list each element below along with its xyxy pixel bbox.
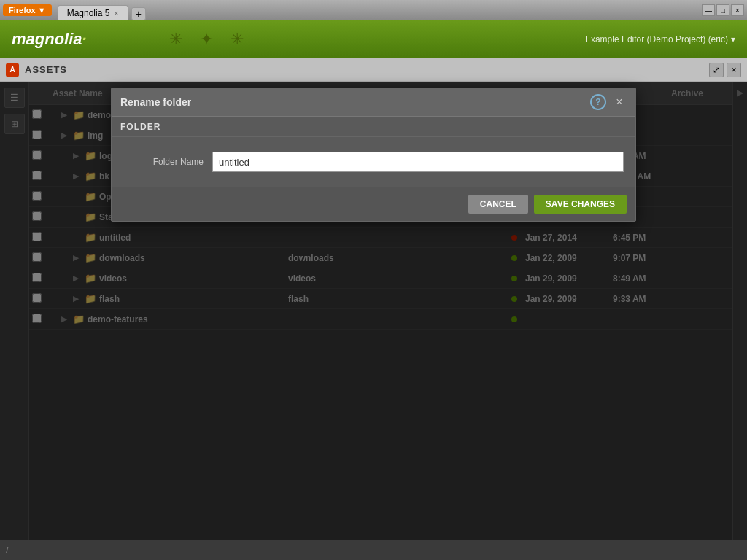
assets-icon: A: [6, 63, 19, 77]
bottom-bar: /: [0, 540, 747, 560]
modal-overlay: Rename folder ? × FOLDER Folder Name: [0, 82, 747, 540]
modal-close-button[interactable]: ×: [612, 95, 627, 109]
close-assets-button[interactable]: ×: [727, 63, 741, 77]
header-icon-1[interactable]: ✳: [169, 30, 182, 49]
modal-footer: CANCEL SAVE CHANGES: [112, 187, 635, 221]
save-label: SAVE CHANGES: [546, 199, 615, 209]
form-row-folder-name: Folder Name: [123, 152, 624, 172]
modal-header: Rename folder ? ×: [112, 88, 635, 117]
new-tab-button[interactable]: +: [131, 7, 146, 20]
cancel-button[interactable]: CANCEL: [468, 195, 528, 214]
firefox-title-text: Firefox: [9, 6, 36, 15]
expand-button[interactable]: ⤢: [709, 63, 724, 77]
window-controls: — □ ×: [702, 4, 744, 16]
magnolia-logo: magnolia·: [12, 30, 87, 49]
close-window-button[interactable]: ×: [731, 4, 744, 16]
cancel-label: CANCEL: [480, 199, 516, 209]
path-text: /: [6, 545, 8, 556]
assets-bar: A ASSETS ⤢ ×: [0, 58, 747, 82]
modal-section-title: FOLDER: [120, 122, 160, 132]
assets-bar-controls: ⤢ ×: [709, 63, 741, 77]
header-icon-2[interactable]: ✦: [200, 30, 213, 49]
tab-bar: Magnolia 5 × +: [58, 0, 146, 20]
help-label: ?: [595, 97, 600, 107]
main-content: ☰ ⊞ Asset Name Modified Archive ▶ 📁 demo: [0, 82, 747, 540]
user-info-text: Example Editor (Demo Project) (eric): [585, 34, 728, 44]
tab-label: Magnolia 5: [67, 8, 110, 18]
modal-title: Rename folder: [120, 96, 590, 108]
user-dropdown-icon: ▾: [731, 34, 735, 44]
header-icons: ✳ ✦ ✳: [169, 30, 244, 49]
assets-title: ASSETS: [25, 64, 67, 75]
minimize-button[interactable]: —: [702, 4, 715, 16]
modal-section-header: FOLDER: [112, 117, 635, 137]
browser-tab[interactable]: Magnolia 5 ×: [58, 5, 128, 20]
maximize-button[interactable]: □: [716, 4, 729, 16]
folder-name-label: Folder Name: [123, 157, 204, 167]
header-icon-3[interactable]: ✳: [231, 30, 244, 49]
logo-mark: ·: [82, 30, 87, 48]
rename-folder-modal: Rename folder ? × FOLDER Folder Name: [111, 88, 636, 222]
firefox-logo: Firefox ▼: [3, 4, 52, 16]
modal-help-button[interactable]: ?: [590, 94, 606, 110]
save-changes-button[interactable]: SAVE CHANGES: [534, 195, 627, 214]
magnolia-header: magnolia· ✳ ✦ ✳ Example Editor (Demo Pro…: [0, 20, 747, 58]
firefox-titlebar: Firefox ▼ Magnolia 5 × + — □ ×: [0, 0, 747, 20]
close-label: ×: [616, 96, 622, 109]
user-info[interactable]: Example Editor (Demo Project) (eric) ▾: [585, 34, 735, 44]
modal-body: Folder Name: [112, 137, 635, 187]
tab-close-icon[interactable]: ×: [114, 9, 118, 18]
folder-name-input[interactable]: [212, 152, 624, 172]
